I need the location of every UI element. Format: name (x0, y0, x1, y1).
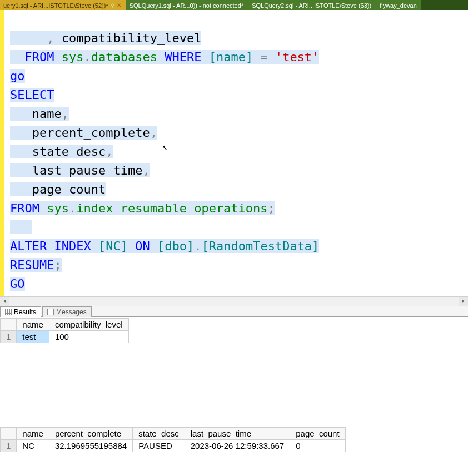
tab-label: Messages (56, 308, 87, 316)
results-pane-1: name compatibility_level 1 test 100 (0, 317, 468, 343)
code-token: , (62, 107, 69, 121)
code-token: name (10, 107, 62, 121)
code-token: databases (91, 50, 157, 64)
code-token: SELECT (10, 88, 54, 102)
pin-icon[interactable]: ⚲ (111, 3, 114, 8)
code-token: ; (54, 258, 61, 272)
table-row[interactable]: 1 test 100 (1, 331, 129, 343)
column-header[interactable]: last_pause_time (185, 428, 290, 440)
cell[interactable]: 32.1969555195884 (49, 440, 132, 452)
code-token: GO (10, 277, 25, 291)
column-header[interactable]: name (17, 428, 49, 440)
mouse-cursor-icon: ↖ (162, 138, 168, 157)
column-header[interactable]: compatibility_level (49, 319, 128, 331)
row-header-corner[interactable] (1, 428, 17, 440)
cell[interactable]: NC (17, 440, 49, 452)
code-token: compatibility_level (54, 31, 201, 45)
tab-label: SQLQuery2.sql - ARI...ISTOTLE\Steve (63)… (252, 2, 371, 9)
code-token: FROM (10, 50, 54, 64)
code-token: sys (54, 50, 83, 64)
code-token: [name] (201, 50, 253, 64)
cell[interactable]: test (17, 331, 49, 343)
results-tabbar: Results Messages (0, 306, 468, 317)
table-row[interactable]: 1 NC 32.1969555195884 PAUSED 2023-06-26 … (1, 440, 346, 452)
code-token: , (142, 163, 150, 177)
column-header[interactable]: percent_complete (49, 428, 132, 440)
tab-query1-noconn[interactable]: SQLQuery1.sql - AR...0)) - not connected… (126, 0, 248, 10)
code-token: INDEX (47, 239, 91, 253)
code-token: state_desc (10, 145, 106, 158)
cell[interactable]: PAUSED (133, 440, 185, 452)
editor-wrap: , compatibility_level FROM sys.databases… (0, 10, 468, 296)
editor-horizontal-scrollbar[interactable]: ◄ ► (0, 296, 468, 306)
code-token: FROM (10, 201, 39, 215)
results-table-2[interactable]: name percent_complete state_desc last_pa… (0, 427, 346, 452)
code-token: , (106, 145, 113, 158)
row-number[interactable]: 1 (1, 440, 17, 452)
code-token: ALTER (10, 239, 47, 253)
document-tabbar: uery1.sql - ARI...ISTOTLE\Steve (52))* ⚲… (0, 0, 468, 10)
code-token: percent_complete (10, 126, 150, 140)
tab-label: flyway_devan (380, 2, 417, 9)
code-token: . (69, 201, 76, 215)
table-header-row: name compatibility_level (1, 319, 129, 331)
close-icon[interactable]: ✕ (117, 2, 121, 8)
tab-query2[interactable]: SQLQuery2.sql - ARI...ISTOTLE\Steve (63)… (248, 0, 376, 10)
results-table-1[interactable]: name compatibility_level 1 test 100 (0, 318, 129, 343)
sql-editor[interactable]: , compatibility_level FROM sys.databases… (4, 10, 468, 296)
tab-results[interactable]: Results (0, 306, 41, 317)
table-header-row: name percent_complete state_desc last_pa… (1, 428, 346, 440)
code-token: 'test' (268, 50, 320, 64)
code-token: go (10, 69, 25, 83)
code-token: index_resumable_operations (76, 201, 267, 215)
code-token: , (10, 31, 54, 45)
cell[interactable]: 2023-06-26 12:59:33.667 (185, 440, 290, 452)
tab-query1-active[interactable]: uery1.sql - ARI...ISTOTLE\Steve (52))* ⚲… (0, 0, 126, 10)
editor-change-margin (0, 10, 4, 296)
row-header-corner[interactable] (1, 319, 17, 331)
results-pane-2: name percent_complete state_desc last_pa… (0, 426, 468, 455)
code-token: = (253, 50, 268, 64)
code-token: [NC] (91, 239, 128, 253)
cell[interactable]: 0 (290, 440, 345, 452)
code-token: ON (128, 239, 150, 253)
code-token (10, 220, 32, 234)
message-icon (47, 309, 54, 315)
code-token: , (150, 126, 157, 140)
grid-icon (5, 309, 12, 315)
code-token: WHERE (157, 50, 201, 64)
row-number[interactable]: 1 (1, 331, 17, 343)
code-token: . (194, 239, 201, 253)
code-token: sys (39, 201, 69, 215)
scroll-left-icon[interactable]: ◄ (0, 297, 9, 306)
code-token: [dbo] (150, 239, 194, 253)
scroll-right-icon[interactable]: ► (459, 297, 468, 306)
tab-flyway[interactable]: flyway_devan (376, 0, 422, 10)
column-header[interactable]: name (17, 319, 49, 331)
cell[interactable]: 100 (49, 331, 128, 343)
code-token: RESUME (10, 258, 54, 272)
code-token: last_pause_time (10, 163, 142, 177)
tab-label: uery1.sql - ARI...ISTOTLE\Steve (52))* (3, 2, 108, 9)
tab-label: SQLQuery1.sql - AR...0)) - not connected… (130, 2, 243, 9)
column-header[interactable]: page_count (290, 428, 345, 440)
tab-messages[interactable]: Messages (42, 306, 92, 317)
code-token: ; (268, 201, 275, 215)
code-token: [RandomTestData] (201, 239, 319, 253)
column-header[interactable]: state_desc (133, 428, 185, 440)
code-token: . (83, 50, 91, 64)
tab-label: Results (14, 308, 36, 316)
code-token: page_count (10, 182, 106, 196)
